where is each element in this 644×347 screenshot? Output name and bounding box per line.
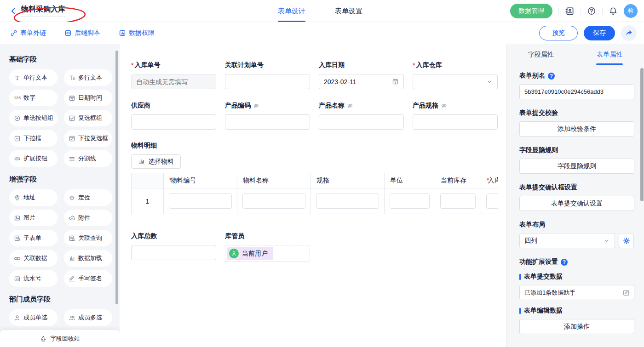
page-title[interactable]: 物料采购入库 <box>21 5 65 17</box>
current-stock-cell-input[interactable] <box>440 193 476 209</box>
data-manage-button[interactable]: 数据管理 <box>510 4 552 18</box>
warehouse-select[interactable] <box>413 74 498 89</box>
field-item-signature[interactable]: 手写签名 <box>64 270 112 287</box>
field-receipt-no[interactable]: *入库单号 <box>131 61 216 89</box>
tab-form-properties[interactable]: 表单属性 <box>575 44 644 65</box>
field-item-serial-number[interactable]: 流水号 <box>9 270 58 287</box>
field-item-number[interactable]: 123数字 <box>9 90 58 106</box>
help-icon[interactable]: ? <box>561 259 568 266</box>
material-code-cell-input[interactable] <box>169 193 232 209</box>
extend-button-icon <box>14 155 21 162</box>
field-total-qty[interactable]: 入库总数 <box>131 232 216 262</box>
data-assistant-box[interactable]: 已添加1条数据助手 <box>519 285 634 300</box>
field-supplier[interactable]: 供应商 <box>131 101 216 130</box>
field-inbound-date[interactable]: 入库日期 2023-02-11 <box>319 61 404 89</box>
subform-col-spec: 规格 <box>311 173 385 188</box>
checkbox-group-icon <box>69 115 75 122</box>
section-title-member-fields: 部门成员字段 <box>9 295 120 304</box>
save-button[interactable]: 保存 <box>584 26 615 40</box>
form-alias-input[interactable] <box>519 84 634 99</box>
tab-form-settings[interactable]: 表单设置 <box>335 0 362 22</box>
product-code-input[interactable] <box>230 119 305 126</box>
current-user-tag[interactable]: 当前用户 <box>227 247 273 260</box>
single-line-text-icon <box>14 74 21 81</box>
help-icon[interactable]: ? <box>548 73 555 80</box>
field-item-single-line-text[interactable]: 单行文本 <box>9 69 58 86</box>
supplier-input[interactable] <box>136 119 211 126</box>
location-icon <box>69 194 75 201</box>
subform-table: *物料编号 物料名称 规格 单位 当前库存 *入库数 1 <box>131 173 498 214</box>
form-toolbar: 表单外链 后端脚本 数据权限 预览 保存 <box>0 22 644 44</box>
field-material-detail-subform[interactable]: 物料明细 选择物料 *物料编号 物料名称 规格 单位 当前库 <box>131 142 498 214</box>
preview-button[interactable]: 预览 <box>539 26 578 40</box>
bell-icon[interactable] <box>609 6 618 16</box>
field-warehouse[interactable]: *入库仓库 <box>413 61 498 89</box>
top-header: 物料采购入库 表单设计 表单设置 数据管理 检 <box>0 0 644 22</box>
edit-icon[interactable] <box>622 289 630 296</box>
chevron-down-icon <box>486 79 493 85</box>
back-icon[interactable] <box>9 7 17 15</box>
select-material-button[interactable]: 选择物料 <box>131 154 181 169</box>
layout-select[interactable]: 四列 <box>519 233 615 248</box>
field-product-spec[interactable]: 产品规格 <box>413 101 498 130</box>
field-item-image[interactable]: 图片 <box>9 210 58 226</box>
add-operation-button[interactable]: 添加操作 <box>519 319 634 334</box>
spec-cell-input[interactable] <box>316 193 379 209</box>
add-validation-button[interactable]: 添加校验条件 <box>519 121 634 137</box>
field-warehouse-keeper[interactable]: 库管员 当前用户 <box>225 232 310 262</box>
field-item-linked-data[interactable]: 关联数据 <box>9 250 58 267</box>
form-external-link[interactable]: 表单外链 <box>10 29 46 37</box>
data-assistant-text: 已添加1条数据助手 <box>524 289 575 297</box>
share-button[interactable] <box>621 25 637 41</box>
form-canvas[interactable]: *入库单号 关联计划单号 入库日期 2023-02-11 *入库仓库 <box>120 44 506 347</box>
field-visibility-button[interactable]: 字段显隐规则 <box>519 159 634 174</box>
receipt-no-input[interactable] <box>136 78 211 85</box>
field-item-multi-line-text[interactable]: 多行文本 <box>64 69 112 86</box>
subform-row-index: 1 <box>132 188 164 214</box>
data-permission-link[interactable]: 数据权限 <box>119 29 155 37</box>
contacts-icon[interactable] <box>565 6 575 16</box>
field-item-dropdown[interactable]: 下拉框 <box>9 130 58 147</box>
field-product-code[interactable]: 产品编码 <box>225 101 310 130</box>
field-item-extend-button[interactable]: 扩展按钮 <box>9 150 58 167</box>
layout-settings-button[interactable] <box>619 233 634 248</box>
sidebar-scrollbar[interactable] <box>115 51 118 304</box>
field-item-linked-query[interactable]: 关联查询 <box>64 230 112 246</box>
field-item-radio-group[interactable]: 单选按钮组 <box>9 110 58 126</box>
material-name-cell-input[interactable] <box>242 193 305 209</box>
inbound-date-input[interactable]: 2023-02-11 <box>319 74 404 89</box>
submit-confirm-button[interactable]: 表单提交确认设置 <box>519 196 634 211</box>
field-plan-no[interactable]: 关联计划单号 <box>225 61 310 89</box>
link-icon <box>10 29 17 37</box>
field-item-datetime[interactable]: 日期时间 <box>64 90 112 106</box>
panel-scrollbar[interactable] <box>640 68 644 201</box>
tab-field-properties[interactable]: 字段属性 <box>506 44 575 65</box>
field-item-subform[interactable]: 子表单 <box>9 230 58 246</box>
subform-icon <box>14 235 21 242</box>
field-item-location[interactable]: 定位 <box>64 189 112 206</box>
divider <box>558 7 559 15</box>
total-qty-input[interactable] <box>136 249 211 256</box>
field-recycle-bin[interactable]: 字段回收站 <box>0 330 120 347</box>
field-item-member-single[interactable]: 成员单选 <box>9 309 58 326</box>
field-item-data-load[interactable]: 数据加载 <box>64 250 112 267</box>
product-name-input[interactable] <box>324 119 399 126</box>
unit-cell-input[interactable] <box>390 193 430 209</box>
backend-script-link[interactable]: 后端脚本 <box>64 29 100 37</box>
section-title-enhanced-fields: 增强字段 <box>9 175 120 184</box>
subform-index-header <box>132 173 164 188</box>
keeper-member-box[interactable]: 当前用户 <box>225 245 310 262</box>
field-item-member-multi[interactable]: 成员多选 <box>64 309 112 326</box>
field-item-divider[interactable]: 分割线 <box>64 150 112 167</box>
field-item-attachment[interactable]: 附件 <box>64 210 112 226</box>
field-item-checkbox-group[interactable]: 复选框组 <box>64 110 112 126</box>
field-item-dropdown-multi[interactable]: 下拉复选框 <box>64 130 112 147</box>
field-product-name[interactable]: 产品名称 <box>319 101 404 130</box>
help-icon[interactable] <box>587 6 596 16</box>
plan-no-input[interactable] <box>230 78 305 85</box>
avatar[interactable]: 检 <box>624 4 638 18</box>
tab-form-design[interactable]: 表单设计 <box>278 0 305 22</box>
inbound-qty-cell-input[interactable] <box>486 193 498 209</box>
field-item-address[interactable]: 地址 <box>9 189 58 206</box>
product-spec-input[interactable] <box>418 119 493 126</box>
